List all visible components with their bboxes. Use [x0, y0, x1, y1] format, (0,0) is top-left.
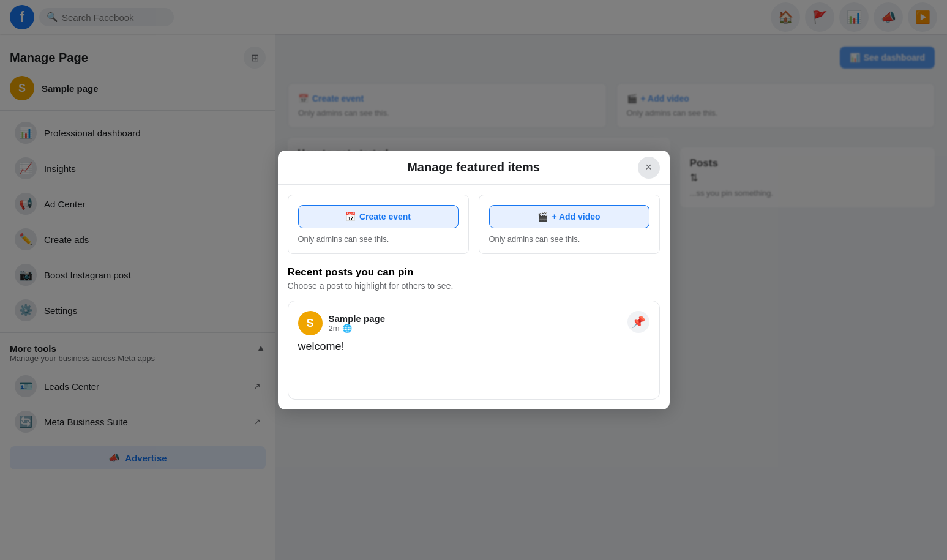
globe-icon: 🌐	[342, 324, 352, 333]
modal-header: Manage featured items ×	[278, 151, 670, 185]
modal: Manage featured items × 📅 Create event O…	[278, 151, 670, 409]
modal-title: Manage featured items	[407, 160, 540, 174]
pin-icon: 📌	[632, 315, 645, 329]
modal-video-icon: 🎬	[537, 212, 548, 222]
modal-calendar-icon: 📅	[345, 212, 356, 222]
post-user-name: Sample page	[329, 313, 386, 324]
modal-feat-card-0: 📅 Create event Only admins can see this.	[288, 195, 469, 254]
modal-add-video-btn[interactable]: 🎬 + Add video	[489, 205, 649, 228]
post-avatar: S	[298, 311, 323, 335]
post-user-info: Sample page 2m 🌐	[329, 313, 386, 333]
modal-close-button[interactable]: ×	[638, 157, 660, 179]
post-card[interactable]: S Sample page 2m 🌐 📌	[288, 301, 660, 400]
pin-post-button[interactable]: 📌	[627, 311, 649, 333]
modal-featured-cards: 📅 Create event Only admins can see this.…	[288, 195, 660, 254]
post-time: 2m 🌐	[329, 324, 386, 333]
close-icon: ×	[645, 161, 652, 174]
modal-body: 📅 Create event Only admins can see this.…	[278, 185, 670, 409]
recent-posts-sub: Choose a post to highlight for others to…	[288, 281, 660, 291]
recent-posts-title: Recent posts you can pin	[288, 266, 660, 278]
modal-feat-card-note-0: Only admins can see this.	[298, 234, 459, 244]
post-content: welcome!	[298, 340, 649, 389]
modal-feat-card-note-1: Only admins can see this.	[489, 234, 649, 244]
overlay: Manage featured items × 📅 Create event O…	[0, 0, 947, 560]
post-card-header: S Sample page 2m 🌐 📌	[298, 311, 649, 335]
modal-feat-card-1: 🎬 + Add video Only admins can see this.	[479, 195, 660, 254]
post-card-user: S Sample page 2m 🌐	[298, 311, 386, 335]
modal-create-event-btn[interactable]: 📅 Create event	[298, 205, 459, 228]
